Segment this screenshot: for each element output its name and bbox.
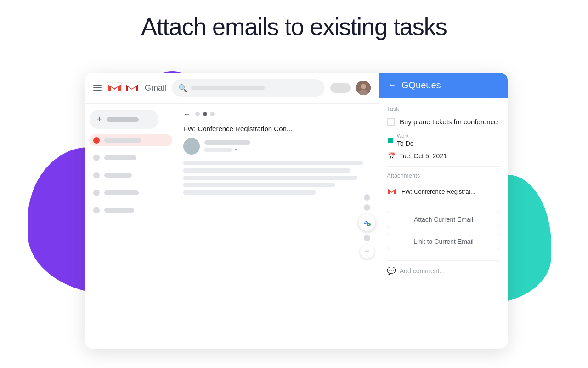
gmail-email-view: ← FW: Conference Registration Con... — [177, 104, 379, 349]
sidebar-line-3 — [104, 190, 139, 195]
page-title: Attach emails to existing tasks — [0, 13, 588, 40]
gmail-m-icon — [107, 82, 122, 93]
gmail-attachment-icon — [387, 187, 397, 196]
email-nav: ← — [183, 110, 373, 118]
nav-dot-1 — [195, 112, 200, 116]
date-info: 📅 Tue, Oct 5, 2021 — [387, 152, 500, 160]
gqueues-title: GQueues — [401, 80, 441, 91]
avatar-image — [356, 80, 371, 95]
inbox-label-line — [104, 138, 141, 143]
task-item: Buy plane tickets for conference — [387, 117, 500, 126]
gmail-panel: Gmail 🔍 + — [85, 73, 379, 349]
gqueues-header: ← GQueues — [379, 73, 508, 98]
email-sender-row: ▾ — [183, 138, 373, 155]
sender-email-line — [204, 148, 232, 152]
search-bar-line — [191, 86, 265, 90]
sidebar-dot-2 — [93, 172, 100, 178]
queue-info: Work To Do — [387, 133, 500, 148]
fab-dot-3 — [364, 235, 370, 241]
gmail-sidebar: + — [85, 104, 177, 349]
compose-button[interactable]: + — [90, 110, 158, 129]
task-checkbox[interactable] — [387, 118, 395, 126]
attachment-item[interactable]: FW: Conference Registrat... — [387, 184, 500, 199]
gmail-label: Gmail — [145, 83, 166, 93]
task-section-label: Task — [387, 105, 500, 112]
sidebar-line-1 — [104, 155, 136, 160]
email-subject: FW: Conference Registration Con... — [183, 125, 373, 132]
divider-2 — [387, 205, 500, 205]
gqueues-body: Task Buy plane tickets for conference Wo… — [379, 98, 508, 349]
comment-placeholder: Add comment... — [400, 267, 445, 275]
app-window: Gmail 🔍 + — [85, 73, 508, 349]
queue-name: To Do — [397, 140, 414, 147]
search-icon: 🔍 — [178, 84, 187, 92]
queue-color-dot — [388, 138, 393, 143]
dropdown-arrow-icon[interactable]: ▾ — [235, 147, 237, 152]
gmail-search-bar[interactable]: 🔍 — [172, 79, 325, 97]
nav-dots — [195, 112, 215, 116]
compose-label-line — [107, 117, 139, 122]
calendar-icon: 📅 — [388, 152, 396, 160]
gqueues-panel: ← GQueues Task Buy plane tickets for con… — [379, 73, 508, 349]
attach-current-email-button[interactable]: Attach Current Email — [387, 211, 500, 228]
comment-row[interactable]: 💬 Add comment... — [387, 266, 500, 275]
sidebar-line-2 — [104, 173, 132, 178]
sidebar-item-4[interactable] — [90, 204, 172, 216]
compose-plus-icon: + — [97, 115, 102, 124]
sender-detail-row: ▾ — [204, 147, 250, 152]
sender-avatar — [183, 138, 200, 155]
queue-section-label: Work — [397, 133, 414, 138]
task-date: Tue, Oct 5, 2021 — [399, 152, 447, 160]
sidebar-item-inbox[interactable] — [90, 134, 172, 146]
gqueues-fab-icon — [362, 218, 372, 227]
body-line-1 — [183, 161, 363, 165]
attachment-name: FW: Conference Registrat... — [401, 188, 475, 195]
gqueues-back-button[interactable]: ← — [388, 80, 396, 90]
body-line-3 — [183, 176, 357, 180]
fab-dot-1 — [364, 194, 370, 201]
gmail-toggle[interactable] — [330, 83, 351, 93]
body-line-2 — [183, 168, 350, 172]
sidebar-dot-1 — [93, 155, 100, 161]
inbox-dot — [93, 137, 100, 144]
nav-dot-2 — [203, 112, 207, 116]
link-to-current-email-button[interactable]: Link to Current Email — [387, 233, 500, 250]
sidebar-dot-3 — [93, 190, 100, 196]
divider-1 — [387, 166, 500, 167]
sidebar-item-1[interactable] — [90, 152, 172, 164]
divider-3 — [387, 260, 500, 261]
task-title: Buy plane tickets for conference — [400, 117, 498, 126]
email-body — [183, 161, 373, 195]
gmail-content: + — [85, 104, 379, 349]
sidebar-line-4 — [104, 208, 134, 213]
add-fab-button[interactable]: + — [360, 245, 374, 259]
comment-icon: 💬 — [387, 266, 396, 275]
sidebar-item-2[interactable] — [90, 169, 172, 181]
back-arrow-icon[interactable]: ← — [183, 110, 191, 118]
sidebar-dot-4 — [93, 207, 100, 213]
sender-info: ▾ — [204, 140, 250, 152]
gmail-header: Gmail 🔍 — [85, 73, 379, 104]
gmail-icon — [124, 82, 139, 93]
nav-dot-3 — [210, 112, 215, 116]
attachments-section-label: Attachments — [387, 172, 500, 179]
body-line-5 — [183, 190, 316, 195]
gqueues-fab-button[interactable] — [359, 214, 375, 231]
body-line-4 — [183, 183, 335, 187]
fab-container: + — [359, 194, 379, 259]
queue-details: Work To Do — [397, 133, 414, 148]
fab-dot-2 — [364, 204, 370, 211]
svg-point-4 — [361, 84, 366, 89]
hamburger-menu-icon[interactable] — [93, 85, 102, 91]
avatar[interactable] — [356, 80, 371, 95]
sender-name-line — [204, 140, 250, 145]
sidebar-item-3[interactable] — [90, 187, 172, 199]
gmail-logo — [107, 82, 139, 93]
